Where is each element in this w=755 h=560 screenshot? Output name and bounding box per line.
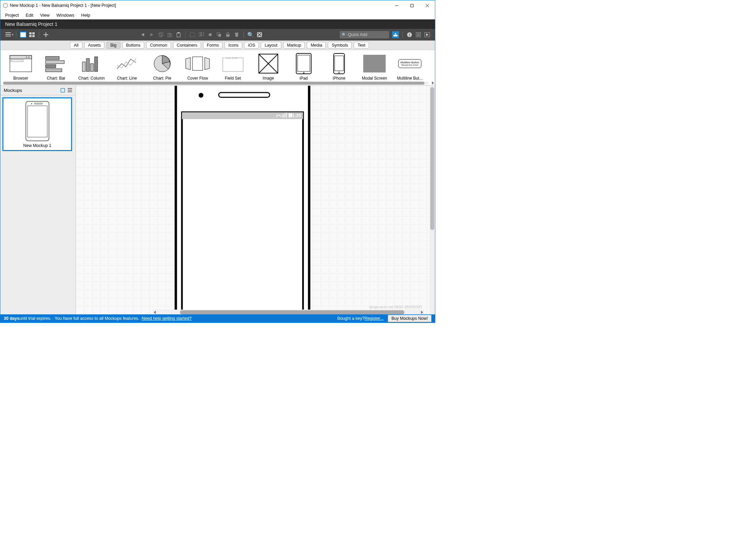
svg-rect-66 bbox=[298, 55, 310, 71]
status-help-link[interactable]: Need help getting started? bbox=[142, 316, 192, 321]
sidebar-thumb-view-icon[interactable] bbox=[61, 88, 65, 93]
filter-symbols[interactable]: Symbols bbox=[328, 42, 352, 49]
filter-assets[interactable]: Assets bbox=[84, 42, 105, 49]
delete-icon[interactable] bbox=[233, 31, 240, 38]
lib-item-image[interactable]: Image bbox=[251, 51, 286, 85]
library-scroll-right-icon[interactable] bbox=[432, 81, 434, 85]
lib-item-chart-column[interactable]: Chart: Column bbox=[74, 51, 109, 85]
redo-icon[interactable] bbox=[149, 31, 155, 38]
svg-rect-9 bbox=[20, 32, 26, 37]
lib-item-browser[interactable]: Browser bbox=[3, 51, 38, 85]
toggle-library-icon[interactable] bbox=[392, 31, 399, 38]
send-back-icon[interactable] bbox=[216, 31, 222, 38]
lib-item-chart-pie[interactable]: Chart: Pie bbox=[145, 51, 180, 85]
mockups-sidebar: Mockups New Mockup 1 bbox=[0, 86, 76, 315]
svg-rect-10 bbox=[29, 32, 32, 34]
menu-bar: Project Edit View Windows Help bbox=[0, 11, 435, 19]
filter-buttons[interactable]: Buttons bbox=[122, 42, 144, 49]
minimize-button[interactable] bbox=[389, 0, 404, 11]
lib-label: Field Set bbox=[215, 76, 251, 81]
filter-text[interactable]: Text bbox=[354, 42, 369, 49]
buy-mockups-button[interactable]: Buy Mockups Now! bbox=[388, 315, 432, 322]
markup-toggle-icon[interactable] bbox=[256, 31, 263, 38]
svg-rect-85 bbox=[282, 115, 283, 117]
quick-add-input[interactable]: Quick Add bbox=[340, 31, 389, 38]
undo-icon[interactable] bbox=[140, 31, 147, 38]
ui-library-strip: Browser Chart: Bar Chart: Column Chart: … bbox=[0, 50, 435, 86]
lib-item-cover-flow[interactable]: Cover Flow bbox=[180, 51, 215, 85]
canvas-v-scrollbar[interactable] bbox=[430, 86, 435, 315]
clipboard-icon[interactable] bbox=[175, 31, 182, 38]
hamburger-icon[interactable] bbox=[5, 31, 12, 38]
status-bar: 30 days until trial expires. · You have … bbox=[0, 314, 435, 323]
info-icon[interactable]: i bbox=[406, 31, 413, 38]
lib-item-chart-line[interactable]: Chart: Line bbox=[109, 51, 145, 85]
filter-containers[interactable]: Containers bbox=[173, 42, 201, 49]
svg-rect-51 bbox=[46, 65, 56, 68]
filter-markup[interactable]: Markup bbox=[283, 42, 305, 49]
fullscreen-present-icon[interactable] bbox=[424, 31, 431, 38]
copy-icon[interactable] bbox=[157, 31, 164, 38]
filter-media[interactable]: Media bbox=[307, 42, 326, 49]
filter-big[interactable]: Big bbox=[106, 42, 120, 49]
svg-rect-59 bbox=[223, 58, 243, 71]
bring-front-icon[interactable] bbox=[207, 31, 214, 38]
lib-item-chart-bar[interactable]: Chart: Bar bbox=[38, 51, 74, 85]
lib-item-iphone[interactable]: iPhone bbox=[321, 51, 357, 85]
filter-all[interactable]: All bbox=[70, 42, 82, 49]
svg-rect-52 bbox=[46, 69, 62, 72]
menu-help[interactable]: Help bbox=[78, 12, 94, 19]
lib-item-multiline-button[interactable]: Multiline ButtonSecond line of text Mult… bbox=[392, 51, 427, 85]
filter-icons[interactable]: Icons bbox=[224, 42, 242, 49]
svg-rect-28 bbox=[226, 34, 230, 37]
quick-add-placeholder: Quick Add bbox=[348, 32, 367, 37]
svg-rect-22 bbox=[190, 33, 195, 37]
menu-view[interactable]: View bbox=[37, 12, 53, 19]
svg-text:Group Name: Group Name bbox=[225, 57, 237, 59]
add-mockup-icon[interactable] bbox=[43, 31, 49, 38]
scroll-left-icon[interactable] bbox=[154, 311, 156, 314]
sidebar-list-view-icon[interactable] bbox=[68, 88, 72, 93]
h-scroll-thumb[interactable] bbox=[180, 310, 404, 314]
svg-rect-72 bbox=[61, 88, 65, 92]
status-register-link[interactable]: Register... bbox=[365, 316, 384, 321]
ungroup-icon[interactable] bbox=[198, 31, 205, 38]
library-scrollbar[interactable] bbox=[3, 82, 429, 85]
svg-rect-27 bbox=[218, 34, 221, 37]
lib-label: Multiline But... bbox=[392, 76, 427, 81]
lib-item-modal-screen[interactable]: Modal Screen bbox=[357, 51, 392, 85]
svg-rect-1 bbox=[411, 4, 414, 7]
view-panel-left-icon[interactable] bbox=[20, 31, 27, 38]
view-grid-icon[interactable] bbox=[29, 31, 35, 38]
filter-forms[interactable]: Forms bbox=[203, 42, 222, 49]
menu-project[interactable]: Project bbox=[2, 12, 22, 19]
svg-rect-12 bbox=[29, 35, 32, 37]
close-button[interactable] bbox=[420, 0, 435, 11]
maximize-button[interactable] bbox=[404, 0, 420, 11]
svg-rect-88 bbox=[286, 113, 287, 117]
mockup-thumbnail[interactable]: New Mockup 1 bbox=[2, 97, 72, 151]
svg-rect-30 bbox=[235, 33, 238, 33]
lock-icon[interactable] bbox=[224, 31, 231, 38]
scroll-right-icon[interactable] bbox=[421, 311, 423, 314]
zoom-icon[interactable]: 🔍 bbox=[247, 31, 254, 38]
paste-icon[interactable] bbox=[166, 31, 173, 38]
filter-layout[interactable]: Layout bbox=[261, 42, 281, 49]
group-icon[interactable] bbox=[189, 31, 196, 38]
canvas[interactable]: 11:25 qingruanit.net 0532-85025005 bbox=[76, 86, 430, 315]
properties-icon[interactable] bbox=[415, 31, 422, 38]
filter-ios[interactable]: iOS bbox=[244, 42, 259, 49]
svg-rect-71 bbox=[363, 55, 386, 72]
hamburger-caret-icon: ▾ bbox=[12, 33, 14, 36]
menu-edit[interactable]: Edit bbox=[22, 12, 36, 19]
svg-rect-23 bbox=[199, 33, 202, 36]
v-scroll-thumb[interactable] bbox=[430, 87, 434, 230]
lib-item-ipad[interactable]: iPad bbox=[286, 51, 321, 85]
canvas-phone-shape[interactable]: 11:25 bbox=[174, 86, 311, 315]
menu-windows[interactable]: Windows bbox=[53, 12, 78, 19]
filter-common[interactable]: Common bbox=[146, 42, 171, 49]
title-bar: New Mockup 1 - New Balsamiq Project 1 - … bbox=[0, 0, 435, 11]
app-smile-icon bbox=[3, 3, 8, 8]
lib-item-field-set[interactable]: Group Name Field Set bbox=[215, 51, 251, 85]
svg-rect-35 bbox=[393, 35, 398, 36]
